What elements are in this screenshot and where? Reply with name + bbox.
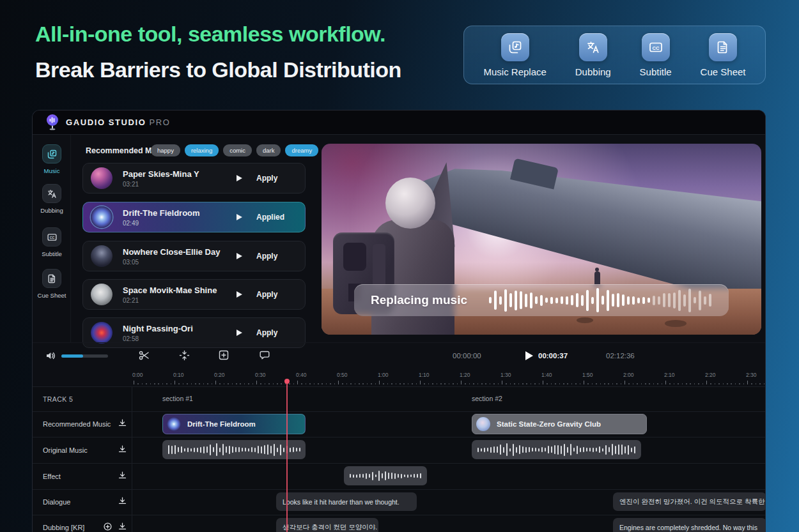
collapse-icon[interactable] [178,349,190,361]
add-track-icon[interactable] [103,522,112,531]
wave-bar [566,296,568,305]
wave-bar [593,448,594,452]
wave-bar [617,293,619,307]
wave-bar [509,293,512,307]
play-icon[interactable] [237,291,242,298]
song-row[interactable]: Paper Skies-Mina Y 03:21 Apply [82,163,306,194]
track-header: TRACK 5 [43,395,73,403]
ruler-tick [134,381,134,384]
wave-bar [487,448,488,452]
wave-bar [372,472,373,480]
ruler-tick [178,383,180,384]
brand: GAUDIO STUDIOPRO [66,118,171,127]
timeline-ruler[interactable]: 0:000:100:200:300:400:501:001:101:201:30… [33,369,765,386]
wave-bar [187,448,189,452]
wave-bar [493,446,495,453]
song-row[interactable]: Space Movik-Mae Shine 02:21 Apply [82,279,306,310]
play-button[interactable] [525,351,533,360]
sidebar-label: Subtitle [42,250,62,257]
applied-button[interactable]: Applied [256,213,290,222]
apply-button[interactable]: Apply [256,252,290,261]
download-icon[interactable] [118,522,127,531]
track-label-recommended-music: Recommended Music [43,420,111,428]
sidebar-item-cue-sheet[interactable]: Cue Sheet [33,269,71,299]
brand-name: GAUDIO STUDIO [66,118,146,127]
cut-icon[interactable] [138,349,150,361]
tag-happy[interactable]: happy [151,144,180,156]
ruler-tick [747,381,748,384]
tag-dark[interactable]: dark [256,144,281,156]
tag-dreamy[interactable]: dreamy [285,144,318,156]
clip-recommended-music-2[interactable]: Static State-Zero Gravity Club [472,414,647,434]
ruler-tick [195,383,196,384]
ruler-tick [387,383,389,384]
download-icon[interactable] [118,418,127,428]
video-preview[interactable]: Replacing music [322,144,761,335]
feature-cue-sheet[interactable]: Cue Sheet [701,33,746,77]
apply-button[interactable]: Apply [256,328,290,337]
comment-icon[interactable] [259,349,270,361]
ruler-tick-label: 1:30 [500,372,511,378]
clip-recommended-music-1[interactable]: Drift-The Fieldroom [162,414,306,434]
wave-bar [618,445,619,455]
time-end: 02:12:36 [606,352,635,360]
feature-subtitle[interactable]: CC Subtitle [640,33,672,77]
tag-relaxing[interactable]: relaxing [185,144,219,156]
clip-original-music-1[interactable] [162,440,306,459]
sidebar-item-music[interactable]: Music [33,144,71,174]
volume-slider[interactable] [61,354,108,358]
wave-bar [499,296,502,305]
play-icon[interactable] [237,330,242,336]
wave-bar [586,448,587,452]
song-title: Paper Skies-Mina Y [123,169,237,179]
ruler-tick [183,383,184,384]
ruler-tick-label: 0:00 [132,372,143,378]
wave-bar [573,448,575,452]
time-start: 00:00:00 [453,352,481,360]
wave-bar [210,445,211,455]
clip-dialogue-2[interactable]: 엔진이 완전히 망가졌어. 이건 의도적으로 착륙한 게 아 [613,492,766,511]
speaker-icon[interactable] [45,351,56,361]
wave-bar [612,444,613,455]
feature-dubbing[interactable]: Dubbing [575,33,611,77]
ruler-tick [342,383,343,384]
download-icon[interactable] [118,445,127,454]
clip-original-music-2[interactable] [472,440,641,459]
clip-dialogue-1[interactable]: Looks like it hit harder than we thought… [276,492,417,511]
ruler-tick [587,383,589,384]
clip-effect[interactable] [344,466,427,485]
ruler-tick [624,381,625,384]
ruler-tick [694,383,695,384]
ruler-tick [330,383,331,384]
download-icon[interactable] [118,496,127,506]
clip-dubbing-2[interactable]: Engines are completely shredded. No way … [613,518,766,532]
play-icon[interactable] [237,214,242,220]
wave-bar [653,296,655,305]
ruler-tick [150,383,151,384]
track-label-effect: Effect [43,473,61,480]
song-row[interactable]: Nowhere Close-Ellie Day 03:05 Apply [82,241,306,271]
add-clip-icon[interactable] [218,349,229,361]
song-row-applied[interactable]: Drift-The Fieldroom 02:49 Applied [82,202,306,232]
feature-music-replace[interactable]: Music Replace [483,33,546,77]
wave-bar [385,471,386,480]
ruler-tick [465,383,466,384]
album-art [91,245,112,267]
clip-dubbing-1[interactable]: 생각보다 충격이 컸던 모양이야. [276,518,378,532]
play-icon[interactable] [237,253,242,259]
ruler-tick [727,383,728,384]
apply-button[interactable]: Apply [256,174,290,183]
wave-bar [628,445,629,455]
sidebar-item-dubbing[interactable]: Dubbing [33,184,71,214]
play-icon[interactable] [237,175,242,181]
download-icon[interactable] [118,471,127,480]
wave-bar [570,444,571,455]
tag-comic[interactable]: comic [223,144,252,156]
wave-bar [213,447,214,452]
ruler-tick [678,383,679,384]
sidebar-item-subtitle[interactable]: CC Subtitle [33,227,71,257]
wave-bar [624,446,626,453]
song-meta: Nowhere Close-Ellie Day 03:05 [123,247,237,266]
playhead-handle[interactable] [284,379,290,384]
apply-button[interactable]: Apply [256,290,290,299]
